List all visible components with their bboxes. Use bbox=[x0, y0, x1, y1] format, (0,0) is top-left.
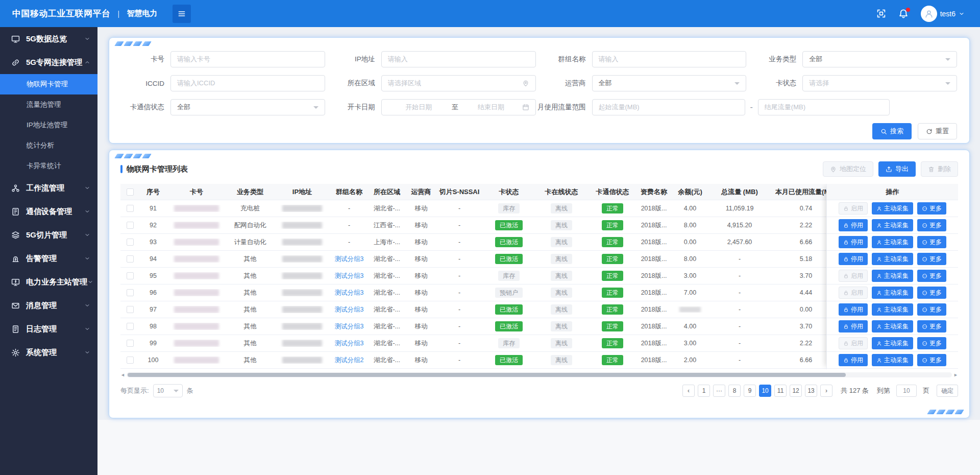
page-button-1[interactable]: 1 bbox=[698, 385, 710, 397]
more-button[interactable]: 更多 bbox=[917, 202, 946, 215]
sidebar-item-statistics-analysis[interactable]: 统计分析 bbox=[0, 135, 97, 156]
iccid-input[interactable]: 请输入ICCID bbox=[170, 75, 325, 91]
sidebar-item-5g-private-network[interactable]: 5G专网连接管理 bbox=[0, 51, 97, 74]
page-button-13[interactable]: 13 bbox=[805, 385, 817, 397]
sidebar-item-ip-pool-management[interactable]: IP地址池管理 bbox=[0, 115, 97, 135]
sidebar-item-card-exception-statistics[interactable]: 卡异常统计 bbox=[0, 156, 97, 176]
page-button-8[interactable]: 8 bbox=[728, 385, 741, 397]
collect-button[interactable]: 主动采集 bbox=[872, 303, 913, 316]
delete-button[interactable]: 删除 bbox=[921, 161, 958, 177]
disable-card-button[interactable]: 停用 bbox=[839, 354, 868, 366]
more-button[interactable]: 更多 bbox=[917, 270, 946, 282]
monthly-flow-range-to-input[interactable]: 结尾流量(MB) bbox=[758, 99, 890, 115]
sidebar-item-workflow-management[interactable]: 工作流管理 bbox=[0, 176, 97, 200]
row-checkbox[interactable] bbox=[127, 222, 134, 229]
group-name-link[interactable]: 测试分组3 bbox=[335, 289, 364, 297]
group-name-link[interactable]: 测试分组3 bbox=[335, 272, 364, 280]
open-date-input[interactable]: 开始日期至结束日期 bbox=[381, 99, 536, 115]
sidebar-item-alarm-management[interactable]: 告警管理 bbox=[0, 247, 97, 270]
sidebar-item-5g-data-overview[interactable]: 5G数据总览 bbox=[0, 27, 97, 51]
enable-card-button[interactable]: 启用 bbox=[839, 270, 868, 282]
row-checkbox[interactable] bbox=[127, 272, 134, 279]
group-name-link[interactable]: 测试分组3 bbox=[335, 305, 364, 314]
enable-card-button[interactable]: 启用 bbox=[839, 202, 868, 215]
page-button-9[interactable]: 9 bbox=[744, 385, 756, 397]
collect-button[interactable]: 主动采集 bbox=[872, 354, 913, 366]
goto-page-input[interactable]: 10 bbox=[896, 385, 917, 397]
more-button[interactable]: 更多 bbox=[917, 354, 946, 366]
reset-button[interactable]: 重置 bbox=[918, 123, 957, 139]
group-name-link[interactable]: 测试分组3 bbox=[335, 255, 364, 264]
sidebar-item-iot-card-management[interactable]: 物联网卡管理 bbox=[0, 74, 97, 94]
disable-card-button[interactable]: 停用 bbox=[839, 219, 868, 231]
more-button[interactable]: 更多 bbox=[917, 287, 946, 299]
select-all-checkbox[interactable] bbox=[127, 188, 134, 196]
ip-address-input[interactable]: 请输入 bbox=[381, 51, 536, 67]
enable-card-button[interactable]: 启用 bbox=[839, 287, 868, 299]
group-name-link[interactable]: 测试分组3 bbox=[335, 339, 364, 348]
row-checkbox[interactable] bbox=[127, 340, 134, 347]
card-no-input[interactable]: 请输入卡号 bbox=[170, 51, 325, 67]
row-checkbox[interactable] bbox=[127, 357, 134, 364]
more-button[interactable]: 更多 bbox=[917, 219, 946, 231]
scroll-left-icon[interactable]: ◄ bbox=[120, 373, 125, 377]
page-button-11[interactable]: 11 bbox=[774, 385, 787, 397]
group-name-link[interactable]: 测试分组3 bbox=[335, 322, 364, 331]
more-button[interactable]: 更多 bbox=[917, 320, 946, 332]
next-page-button[interactable]: › bbox=[820, 385, 832, 397]
row-checkbox[interactable] bbox=[127, 205, 134, 212]
business-type-select[interactable]: 全部 bbox=[802, 51, 957, 67]
more-button[interactable]: 更多 bbox=[917, 253, 946, 265]
scrollbar-thumb[interactable] bbox=[128, 373, 846, 377]
fullscreen-button[interactable] bbox=[876, 9, 886, 18]
page-ellipsis-button[interactable]: ··· bbox=[713, 385, 725, 397]
menu-toggle-button[interactable] bbox=[173, 5, 191, 23]
group-name-link[interactable]: 测试分组2 bbox=[335, 356, 364, 365]
row-checkbox[interactable] bbox=[127, 255, 134, 263]
card-status-select[interactable]: 请选择 bbox=[802, 75, 957, 91]
row-checkbox[interactable] bbox=[127, 306, 134, 313]
carrier-select[interactable]: 全部 bbox=[592, 75, 747, 91]
more-button[interactable]: 更多 bbox=[917, 337, 946, 349]
collect-button[interactable]: 主动采集 bbox=[872, 253, 913, 265]
notifications-button[interactable] bbox=[898, 9, 909, 19]
per-page-select[interactable]: 10 bbox=[153, 384, 183, 397]
row-checkbox[interactable] bbox=[127, 239, 134, 246]
region-input[interactable]: 请选择区域 bbox=[381, 75, 536, 91]
map-locate-button[interactable]: 地图定位 bbox=[823, 161, 873, 177]
sidebar-item-5g-slice-management[interactable]: 5G切片管理 bbox=[0, 223, 97, 247]
goto-confirm-button[interactable]: 确定 bbox=[937, 385, 958, 397]
sidebar-item-traffic-pool-management[interactable]: 流量池管理 bbox=[0, 94, 97, 115]
more-button[interactable]: 更多 bbox=[917, 236, 946, 248]
monthly-flow-range-from-input[interactable]: 起始流量(MB) bbox=[592, 99, 745, 115]
collect-button[interactable]: 主动采集 bbox=[872, 287, 913, 299]
search-button[interactable]: 搜索 bbox=[872, 123, 912, 139]
disable-card-button[interactable]: 停用 bbox=[839, 236, 868, 248]
user-menu[interactable]: test6 bbox=[921, 6, 965, 22]
comm-status-select[interactable]: 全部 bbox=[170, 99, 325, 115]
scroll-right-icon[interactable]: ► bbox=[953, 373, 958, 377]
more-button[interactable]: 更多 bbox=[917, 303, 946, 316]
collect-button[interactable]: 主动采集 bbox=[872, 320, 913, 332]
sidebar-item-log-management[interactable]: 日志管理 bbox=[0, 317, 97, 341]
disable-card-button[interactable]: 停用 bbox=[839, 253, 868, 265]
row-checkbox[interactable] bbox=[127, 323, 134, 330]
collect-button[interactable]: 主动采集 bbox=[872, 202, 913, 215]
disable-card-button[interactable]: 停用 bbox=[839, 303, 868, 316]
sidebar-item-comm-device-management[interactable]: 通信设备管理 bbox=[0, 200, 97, 223]
collect-button[interactable]: 主动采集 bbox=[872, 337, 913, 349]
page-button-12[interactable]: 12 bbox=[790, 385, 802, 397]
enable-card-button[interactable]: 启用 bbox=[839, 337, 868, 349]
prev-page-button[interactable]: ‹ bbox=[682, 385, 695, 397]
sidebar-item-power-master-station[interactable]: 电力业务主站管理 bbox=[0, 270, 97, 294]
sidebar-item-system-management[interactable]: 系统管理 bbox=[0, 341, 97, 364]
sidebar-item-message-management[interactable]: 消息管理 bbox=[0, 294, 97, 317]
collect-button[interactable]: 主动采集 bbox=[872, 219, 913, 231]
collect-button[interactable]: 主动采集 bbox=[872, 236, 913, 248]
disable-card-button[interactable]: 停用 bbox=[839, 320, 868, 332]
group-name-input[interactable]: 请输入 bbox=[592, 51, 747, 67]
scrollbar-track[interactable] bbox=[127, 372, 952, 377]
page-button-10[interactable]: 10 bbox=[759, 385, 771, 397]
export-button[interactable]: 导出 bbox=[878, 161, 916, 177]
collect-button[interactable]: 主动采集 bbox=[872, 270, 913, 282]
